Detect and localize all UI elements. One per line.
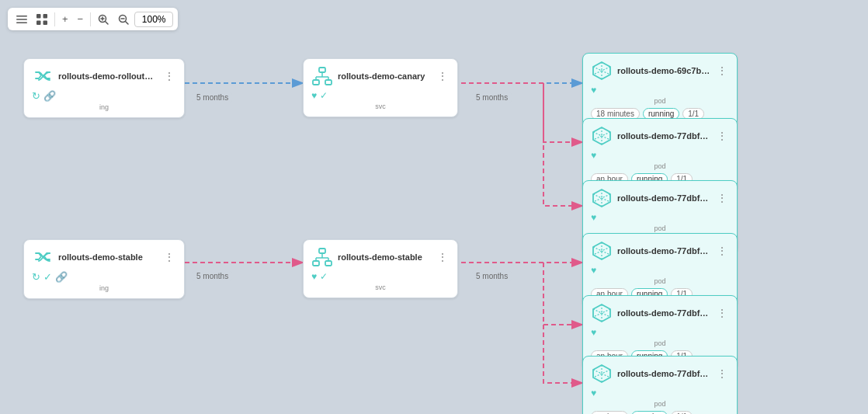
zoom-out-button[interactable] [114,12,133,27]
node-pod1: rollouts-demo-69c7bb5cfd-jgf... ⋮ ♥ pod … [582,53,738,127]
svc2-title: rollouts-demo-stable [338,252,431,262]
node-ing1: rollouts-demo-rollouts-demo-... ⋮ ↻ 🔗 in… [23,58,185,118]
pod6-menu[interactable]: ⋮ [715,366,729,381]
svc1-type: svc [311,103,450,110]
menu-button[interactable] [12,12,31,27]
cube-icon-4 [591,240,613,262]
svg-rect-19 [313,80,319,85]
svc1-title: rollouts-demo-canary [338,71,431,81]
zoom-input[interactable] [134,12,173,27]
heart-icon-pod4: ♥ [591,265,596,276]
pod4-title: rollouts-demo-77dbf58fff-f47... [617,246,710,256]
cube-icon-1 [591,60,613,82]
ing2-menu[interactable]: ⋮ [162,249,176,265]
pod6-count: 1/1 [671,411,693,414]
pod1-type: pod [591,97,729,105]
shuffle-icon [32,65,54,87]
ing1-title: rollouts-demo-rollouts-demo-... [58,71,158,81]
node-pod6: rollouts-demo-77dbf58fff-qbbzj ⋮ ♥ pod a… [582,356,738,414]
svg-rect-20 [325,80,332,85]
ing2-title: rollouts-demo-stable [58,252,158,262]
svg-rect-4 [43,14,48,19]
heart-icon-pod2: ♥ [591,150,596,161]
heart-icon-svc2: ♥ [311,271,317,282]
divider-1 [54,12,55,26]
heart-icon-pod5: ♥ [591,327,596,338]
svg-rect-2 [16,22,27,23]
cube-icon-2 [591,125,613,147]
divider-2 [90,12,91,26]
pod2-type: pod [591,162,729,170]
pod3-type: pod [591,224,729,232]
pod4-menu[interactable]: ⋮ [715,243,729,259]
plus-icon: + [62,13,68,25]
network-icon-2 [311,246,333,268]
pod6-age: an hour [591,411,628,414]
toolbar: + − [8,8,178,30]
pod6-type: pod [591,400,729,408]
svc1-menu[interactable]: ⋮ [436,68,450,84]
svg-rect-39 [325,261,332,266]
minus-icon: − [78,13,84,25]
months-label-4: 5 months [472,271,512,281]
node-ing2: rollouts-demo-stable ⋮ ↻ ✓ 🔗 ing [23,239,185,299]
pod4-type: pod [591,277,729,285]
heart-icon-svc1: ♥ [311,90,317,101]
svg-rect-3 [36,14,41,19]
heart-icon-pod6: ♥ [591,388,596,398]
months-label-2: 5 months [472,92,512,103]
pod1-menu[interactable]: ⋮ [715,63,729,78]
cube-icon-6 [591,363,613,384]
svc2-type: svc [311,284,450,291]
cycle-icon: ↻ [32,90,40,102]
ing1-type: ing [32,103,176,111]
zoom-in-button[interactable] [94,12,113,27]
svg-rect-6 [43,20,48,25]
ing2-type: ing [32,284,176,292]
svg-line-12 [126,21,129,24]
svg-rect-1 [16,19,27,20]
svg-rect-18 [319,68,325,72]
pod5-title: rollouts-demo-77dbf58fff-g89... [617,308,710,318]
network-icon-1 [311,65,333,87]
svg-rect-37 [319,249,325,253]
svg-rect-0 [16,16,27,17]
cube-icon-5 [591,302,613,324]
svg-rect-5 [36,20,41,25]
pod1-title: rollouts-demo-69c7bb5cfd-jgf... [617,66,710,75]
pod3-title: rollouts-demo-77dbf58fff-9jrcq [617,193,710,203]
node-svc2: rollouts-demo-stable ⋮ ♥ ✓ svc [303,239,458,298]
pod6-status: running [631,411,668,414]
link-icon: 🔗 [43,90,56,102]
link-icon-2: 🔗 [55,271,68,283]
pod6-badges: an hour running 1/1 [591,411,729,414]
remove-button[interactable]: − [74,11,88,27]
heart-icon-pod1: ♥ [591,85,596,96]
pod6-title: rollouts-demo-77dbf58fff-qbbzj [617,369,710,378]
svg-rect-38 [313,261,319,266]
pod5-menu[interactable]: ⋮ [715,305,729,321]
months-label-1: 5 months [193,92,232,103]
svg-line-8 [106,21,109,24]
pod5-type: pod [591,339,729,347]
check-icon-svc2: ✓ [320,271,328,282]
add-button[interactable]: + [58,11,72,27]
node-svc1: rollouts-demo-canary ⋮ ♥ ✓ svc [303,58,458,117]
check-icon-svc1: ✓ [320,90,328,101]
pod2-title: rollouts-demo-77dbf58fff-8tq... [617,131,710,141]
months-label-3: 5 months [193,271,232,281]
heart-icon-pod3: ♥ [591,212,596,223]
pod3-menu[interactable]: ⋮ [715,190,729,206]
cube-icon-3 [591,187,613,209]
ing1-menu[interactable]: ⋮ [162,68,176,84]
check-icon-ing2: ✓ [43,271,52,283]
grid-button[interactable] [33,12,51,27]
svc2-menu[interactable]: ⋮ [436,249,450,265]
shuffle-icon-2 [32,246,54,268]
cycle-icon-2: ↻ [32,271,40,283]
pod2-menu[interactable]: ⋮ [715,128,729,144]
